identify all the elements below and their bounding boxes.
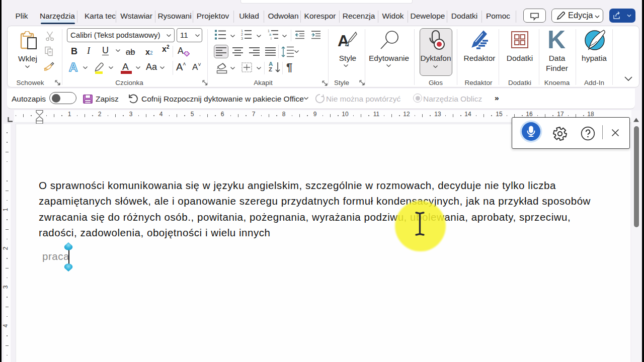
svg-text:2: 2 (241, 33, 243, 36)
svg-text:A: A (338, 32, 349, 50)
svg-text:1: 1 (268, 29, 270, 33)
svg-text:a: a (269, 33, 271, 36)
svg-text:1: 1 (241, 29, 243, 33)
svg-text:i: i (271, 37, 272, 40)
svg-text:3: 3 (241, 37, 243, 40)
